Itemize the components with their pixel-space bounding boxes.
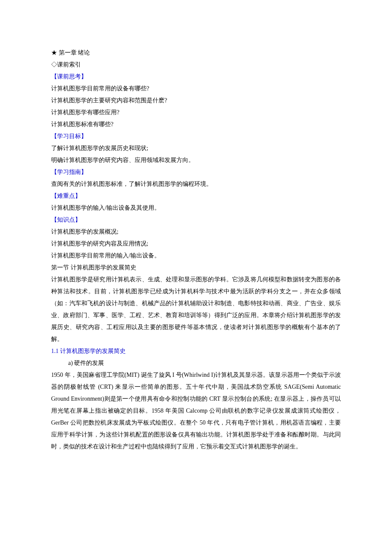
difficulty-item: 计算机图形学的输入/输出设备及其使用。 xyxy=(51,202,341,214)
goal-item: 明确计算机图形学的研究内容、应用领域和发展方向。 xyxy=(51,154,341,166)
thinking-question: 计算机图形标准有哪些? xyxy=(51,119,341,130)
thinking-question: 计算机图形学的主要研究内容和范围是什麽? xyxy=(51,95,341,107)
guide-header: 【学习指南】 xyxy=(51,166,341,178)
goal-item: 了解计算机图形学的发展历史和现状; xyxy=(51,142,341,154)
hardware-paragraph: 1950 年，美国麻省理工学院(MIT) 诞生了旋风 I 号(Whirlwind… xyxy=(51,369,341,453)
knowledge-item: 计算机图形学的发展概况; xyxy=(51,226,341,238)
section-title: 第一节 计算机图形学的发展简史 xyxy=(51,262,341,274)
guide-item: 查阅有关的计算机图形标准，了解计算机图形学的编程环境。 xyxy=(51,178,341,190)
thinking-question: 计算机图形学目前常用的设备有哪些? xyxy=(51,83,341,95)
thinking-question: 计算机图形学有哪些应用? xyxy=(51,107,341,119)
knowledge-header: 【知识点】 xyxy=(51,214,341,226)
knowledge-item: 计算机图形学的研究内容及应用情况; xyxy=(51,238,341,250)
difficulty-header: 【难重点】 xyxy=(51,190,341,202)
knowledge-item: 计算机图形学目前常用的输入/输出设备。 xyxy=(51,250,341,262)
chapter-title: ★ 第一章 绪论 xyxy=(51,47,341,59)
subsection-1-1: 1.1 计算机图形学的发展简史 xyxy=(51,345,341,357)
preface-index: ◇课前索引 xyxy=(51,59,341,71)
intro-paragraph: 计算机图形学是研究用计算机表示、生成、处理和显示图形的学科。它涉及将几何模型和数… xyxy=(51,274,341,345)
thinking-header: 【课前思考】 xyxy=(51,71,341,83)
subsection-a: a) 硬件的发展 xyxy=(51,357,341,369)
goal-header: 【学习目标】 xyxy=(51,130,341,142)
